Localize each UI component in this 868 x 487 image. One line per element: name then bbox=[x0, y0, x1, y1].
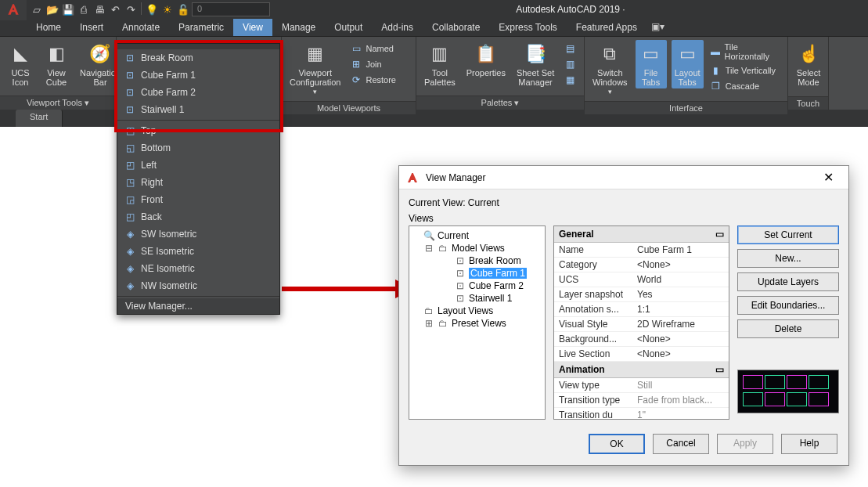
open-icon[interactable]: 📂 bbox=[45, 2, 59, 16]
sheetset-button[interactable]: 📑Sheet Set Manager bbox=[513, 40, 557, 88]
panel-title-palettes[interactable]: Palettes ▾ bbox=[416, 96, 584, 110]
tile-h-button[interactable]: ▬Tile Horizontally bbox=[708, 41, 783, 62]
tab-insert[interactable]: Insert bbox=[70, 19, 113, 36]
view-break-room[interactable]: ⊡Break Room bbox=[117, 49, 279, 67]
view-nw-iso[interactable]: ◈NW Isometric bbox=[117, 277, 279, 294]
apply-button[interactable]: Apply bbox=[717, 434, 773, 454]
lock-icon[interactable]: 🔓 bbox=[176, 2, 190, 16]
cancel-button[interactable]: Cancel bbox=[653, 434, 709, 454]
prop-layer-snapshot[interactable]: Layer snapshotYes bbox=[554, 287, 729, 302]
tab-express[interactable]: Express Tools bbox=[489, 19, 566, 36]
prop-transition-type[interactable]: Transition typeFade from black... bbox=[554, 393, 729, 408]
prop-visual-style[interactable]: Visual Style2D Wireframe bbox=[554, 317, 729, 332]
update-layers-button[interactable]: Update Layers bbox=[737, 272, 839, 291]
tab-featured[interactable]: Featured Apps bbox=[567, 19, 646, 36]
named-icon: ▭ bbox=[350, 42, 362, 55]
view-se-iso[interactable]: ◈SE Isometric bbox=[117, 243, 279, 260]
delete-button[interactable]: Delete bbox=[737, 319, 839, 338]
new-icon[interactable]: ▱ bbox=[30, 2, 44, 16]
redo-icon[interactable]: ↷ bbox=[124, 2, 138, 16]
tree-preset-views[interactable]: ⊞🗀Preset Views bbox=[412, 317, 542, 330]
panel-title-viewport-tools[interactable]: Viewport Tools ▾ bbox=[0, 96, 116, 110]
help-button[interactable]: Help bbox=[781, 434, 837, 454]
pal-extra1[interactable]: ▤ bbox=[562, 41, 578, 56]
view-cube-farm-2[interactable]: ⊡Cube Farm 2 bbox=[117, 84, 279, 101]
view-cube-button[interactable]: ◧View Cube bbox=[41, 40, 72, 88]
select-mode-button[interactable]: ☝Select Mode bbox=[793, 40, 824, 88]
section-animation[interactable]: Animation▭ bbox=[554, 362, 729, 378]
tree-break-room[interactable]: ⊡Break Room bbox=[412, 254, 542, 267]
prop-category[interactable]: Category<None> bbox=[554, 258, 729, 272]
tab-parametric[interactable]: Parametric bbox=[169, 19, 233, 36]
viewport-config-button[interactable]: ▦Viewport Configuration▾ bbox=[286, 40, 344, 98]
save-icon[interactable]: 💾 bbox=[61, 2, 75, 16]
ucs-icon-button[interactable]: ◣UCS Icon bbox=[5, 40, 36, 88]
view-sw-iso[interactable]: ◈SW Isometric bbox=[117, 225, 279, 243]
collapse-icon[interactable]: ▭ bbox=[715, 364, 724, 375]
iso-icon: ◈ bbox=[124, 228, 136, 240]
tab-annotate[interactable]: Annotate bbox=[113, 19, 169, 36]
view-manager-item[interactable]: View Manager... bbox=[117, 298, 279, 314]
pal-extra2[interactable]: ▥ bbox=[562, 57, 578, 71]
saveas-icon[interactable]: ⎙ bbox=[77, 2, 91, 16]
tab-start[interactable]: Start bbox=[16, 110, 63, 127]
tab-expand-icon[interactable]: ▣▾ bbox=[646, 19, 669, 36]
prop-annotation-scale[interactable]: Annotation s...1:1 bbox=[554, 302, 729, 317]
prop-name[interactable]: NameCube Farm 1 bbox=[554, 243, 729, 258]
tree-cube-farm-1[interactable]: ⊡Cube Farm 1 bbox=[412, 267, 542, 280]
plot-icon[interactable]: 🖶 bbox=[92, 2, 106, 16]
set-current-button[interactable]: Set Current bbox=[737, 225, 839, 244]
layer-dropdown[interactable]: 0 bbox=[192, 2, 270, 16]
tool-palettes-button[interactable]: ▥Tool Palettes bbox=[421, 40, 459, 88]
app-logo[interactable] bbox=[0, 0, 27, 20]
view-top[interactable]: ◰Top bbox=[117, 122, 279, 139]
view-right[interactable]: ◳Right bbox=[117, 174, 279, 191]
prop-ucs[interactable]: UCSWorld bbox=[554, 272, 729, 287]
view-cube-farm-1[interactable]: ⊡Cube Farm 1 bbox=[117, 67, 279, 84]
prop-live-section[interactable]: Live Section<None> bbox=[554, 347, 729, 362]
edit-boundaries-button[interactable]: Edit Boundaries... bbox=[737, 296, 839, 315]
lightbulb-icon[interactable]: 💡 bbox=[145, 2, 159, 16]
named-button[interactable]: ▭Named bbox=[348, 41, 398, 56]
tab-manage[interactable]: Manage bbox=[272, 19, 325, 36]
tab-collaborate[interactable]: Collaborate bbox=[423, 19, 489, 36]
undo-icon[interactable]: ↶ bbox=[108, 2, 122, 16]
view-front[interactable]: ◲Front bbox=[117, 191, 279, 208]
close-icon[interactable]: ✕ bbox=[814, 170, 842, 185]
cascade-button[interactable]: ❐Cascade bbox=[708, 79, 783, 93]
iso-icon: ◈ bbox=[124, 262, 136, 275]
layout-tabs-button[interactable]: ▭Layout Tabs bbox=[672, 40, 704, 88]
view-back[interactable]: ◰Back bbox=[117, 208, 279, 225]
view-bottom[interactable]: ◱Bottom bbox=[117, 139, 279, 157]
tab-addins[interactable]: Add-ins bbox=[372, 19, 423, 36]
prop-view-type[interactable]: View typeStill bbox=[554, 378, 729, 393]
tree-model-views[interactable]: ⊟🗀Model Views bbox=[412, 242, 542, 254]
touch-icon: ☝ bbox=[796, 41, 821, 67]
tree-stairwell-1[interactable]: ⊡Stairwell 1 bbox=[412, 292, 542, 305]
file-tabs-button[interactable]: ▭File Tabs bbox=[636, 40, 667, 88]
restore-button[interactable]: ⟳Restore bbox=[348, 73, 398, 87]
view-left[interactable]: ◰Left bbox=[117, 157, 279, 174]
pal-extra3[interactable]: ▦ bbox=[562, 73, 578, 87]
tab-home[interactable]: Home bbox=[27, 19, 70, 36]
prop-transition-duration[interactable]: Transition du1" bbox=[554, 408, 729, 420]
tab-output[interactable]: Output bbox=[325, 19, 372, 36]
tile-v-button[interactable]: ▮Tile Vertically bbox=[708, 63, 783, 78]
ok-button[interactable]: OK bbox=[589, 434, 645, 454]
collapse-icon[interactable]: ▭ bbox=[715, 229, 724, 240]
tab-view[interactable]: View bbox=[233, 19, 272, 36]
tree-cube-farm-2[interactable]: ⊡Cube Farm 2 bbox=[412, 280, 542, 292]
tree-current[interactable]: 🔍Current bbox=[412, 229, 542, 242]
new-button[interactable]: New... bbox=[737, 249, 839, 268]
sun-icon[interactable]: ☀ bbox=[160, 2, 175, 16]
prop-background[interactable]: Background...<None> bbox=[554, 332, 729, 347]
view-stairwell-1[interactable]: ⊡Stairwell 1 bbox=[117, 101, 279, 118]
tree-layout-views[interactable]: 🗀Layout Views bbox=[412, 305, 542, 317]
view-ne-iso[interactable]: ◈NE Isometric bbox=[117, 260, 279, 277]
views-tree[interactable]: 🔍Current ⊟🗀Model Views ⊡Break Room ⊡Cube… bbox=[409, 225, 546, 420]
join-button[interactable]: ⊞Join bbox=[348, 57, 398, 71]
section-general[interactable]: General▭ bbox=[554, 226, 729, 243]
switch-windows-button[interactable]: ⧉Switch Windows▾ bbox=[589, 40, 631, 98]
folder-icon: 🗀 bbox=[438, 243, 448, 254]
properties-button[interactable]: 📋Properties bbox=[463, 40, 509, 79]
